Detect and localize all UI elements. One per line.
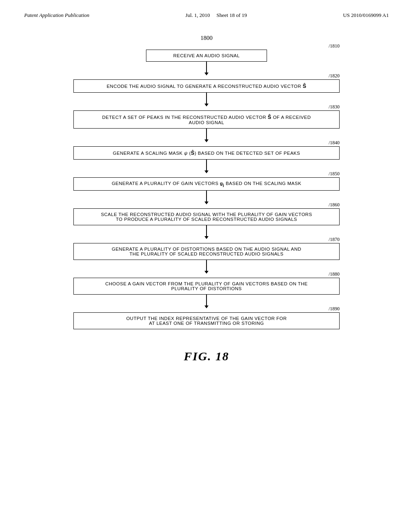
- step-row-1860: 1860 SCALE THE RECONSTRUCTED AUDIO SIGNA…: [73, 202, 340, 225]
- flow-box-1820: ENCODE THE AUDIO SIGNAL TO GENERATE A RE…: [73, 79, 340, 93]
- arrow-1830-1840: [206, 129, 207, 140]
- flow-wrapper: 1810 RECEIVE AN AUDIO SIGNAL 1820 ENCODE…: [73, 43, 340, 329]
- header-date-sheet: Jul. 1, 2010 Sheet 18 of 19: [186, 12, 247, 19]
- step-number-1840: 1840: [329, 140, 340, 146]
- diagram-container: 1800 1810 RECEIVE AN AUDIO SIGNAL 1820 E…: [24, 35, 389, 329]
- step-number-1830: 1830: [329, 104, 340, 110]
- header-sheet: Sheet 18 of 19: [217, 12, 247, 18]
- arrow-1850-1860: [206, 191, 207, 202]
- arrow-1810-1820: [206, 62, 207, 73]
- step-row-1810: 1810 RECEIVE AN AUDIO SIGNAL: [73, 43, 340, 62]
- diagram-title: 1800: [200, 35, 213, 42]
- step-number-1870: 1870: [329, 237, 340, 243]
- header-patent-number: US 2010/0169099 A1: [343, 12, 389, 19]
- header-date: Jul. 1, 2010: [186, 12, 210, 18]
- step-row-1830: 1830 DETECT A SET OF PEAKS IN THE RECONS…: [73, 104, 340, 129]
- figure-label: FIG. 18: [24, 349, 389, 363]
- flow-box-1830: DETECT A SET OF PEAKS IN THE RECONSTRUCT…: [73, 110, 340, 129]
- step-row-1840: 1840 GENERATE A SCALING MASK ψ (Ŝ) BASED…: [73, 140, 340, 160]
- page-header: Patent Application Publication Jul. 1, 2…: [24, 12, 389, 19]
- step-number-1810: 1810: [329, 43, 340, 49]
- arrow-1880-1890: [206, 295, 207, 306]
- flow-box-1810: RECEIVE AN AUDIO SIGNAL: [146, 50, 267, 62]
- flow-box-1870: GENERATE A PLURALITY OF DISTORTIONS BASE…: [73, 243, 340, 260]
- step-number-1890: 1890: [329, 306, 340, 312]
- step-row-1820: 1820 ENCODE THE AUDIO SIGNAL TO GENERATE…: [73, 73, 340, 93]
- flow-box-1840: GENERATE A SCALING MASK ψ (Ŝ) BASED ON T…: [73, 146, 340, 160]
- step-row-1850: 1850 GENERATE A PLURALITY OF GAIN VECTOR…: [73, 171, 340, 191]
- flow-box-1880: CHOOSE A GAIN VECTOR FROM THE PLURALITY …: [73, 278, 340, 295]
- step-number-1880: 1880: [329, 271, 340, 277]
- arrow-1870-1880: [206, 260, 207, 271]
- step-row-1880: 1880 CHOOSE A GAIN VECTOR FROM THE PLURA…: [73, 271, 340, 295]
- flow-box-1850: GENERATE A PLURALITY OF GAIN VECTORS gj …: [73, 177, 340, 191]
- step-number-1850: 1850: [329, 171, 340, 177]
- step-row-1890: 1890 OUTPUT THE INDEX REPRESENTATIVE OF …: [73, 306, 340, 329]
- header-publication-type: Patent Application Publication: [24, 12, 90, 19]
- arrow-1840-1850: [206, 160, 207, 171]
- arrow-1820-1830: [206, 93, 207, 104]
- step-row-1870: 1870 GENERATE A PLURALITY OF DISTORTIONS…: [73, 237, 340, 260]
- step-number-1820: 1820: [329, 73, 340, 79]
- arrow-1860-1870: [206, 225, 207, 237]
- flow-box-1860: SCALE THE RECONSTRUCTED AUDIO SIGNAL WIT…: [73, 208, 340, 225]
- page-container: Patent Application Publication Jul. 1, 2…: [0, 0, 413, 532]
- step-number-1860: 1860: [329, 202, 340, 208]
- flow-box-1890: OUTPUT THE INDEX REPRESENTATIVE OF THE G…: [73, 312, 340, 329]
